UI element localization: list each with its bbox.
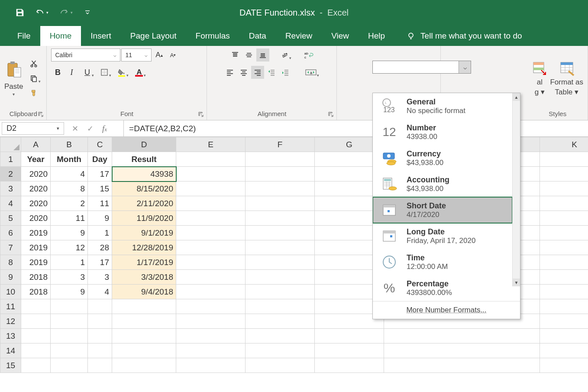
cell-B10[interactable]: 9 [51, 285, 88, 299]
cell-D4[interactable]: 2/11/2020 [112, 196, 176, 211]
cell-C9[interactable]: 3 [88, 270, 112, 285]
name-box[interactable]: D2 ▾ [2, 122, 64, 135]
clipboard-dialog-launcher[interactable] [38, 111, 44, 117]
cell-A1[interactable]: Year [21, 152, 51, 167]
cell-A8[interactable]: 2019 [21, 255, 51, 270]
cell-A7[interactable]: 2019 [21, 240, 51, 255]
col-header-D[interactable]: D [112, 137, 176, 152]
cell-A9[interactable]: 2018 [21, 270, 51, 285]
cell-C8[interactable]: 17 [88, 255, 112, 270]
cell-C3[interactable]: 15 [88, 181, 112, 196]
numfmt-long-date[interactable]: Long DateFriday, April 17, 2020 [373, 223, 512, 249]
font-name-combo[interactable]: Calibri⌵ [51, 49, 120, 62]
cell-A2[interactable]: 2020 [21, 167, 51, 181]
row-header-5[interactable]: 5 [0, 211, 21, 226]
row-header-2[interactable]: 2 [0, 167, 21, 181]
fx-icon[interactable]: fx [102, 124, 107, 133]
align-top-icon[interactable] [229, 49, 242, 62]
cell-B7[interactable]: 12 [51, 240, 88, 255]
cell-D7[interactable]: 12/28/2019 [112, 240, 176, 255]
chevron-down-icon[interactable]: ⌵ [459, 61, 471, 73]
qat-customize[interactable] [80, 5, 95, 20]
cell-B5[interactable]: 11 [51, 211, 88, 226]
tab-review[interactable]: Review [276, 26, 322, 46]
copy-button[interactable] [26, 72, 42, 85]
row-header-12[interactable]: 12 [0, 314, 21, 329]
align-center-icon[interactable] [237, 66, 250, 79]
wrap-text-button[interactable]: abc [302, 49, 315, 62]
font-dialog-launcher[interactable] [198, 111, 204, 117]
border-button[interactable] [96, 66, 113, 79]
cell-A3[interactable]: 2020 [21, 181, 51, 196]
format-as-table-button[interactable]: Format as Table ▾ [550, 61, 583, 97]
tab-help[interactable]: Help [359, 26, 394, 46]
cell-C10[interactable]: 4 [88, 285, 112, 299]
cell-C4[interactable]: 11 [88, 196, 112, 211]
row-header-4[interactable]: 4 [0, 196, 21, 211]
cell-B2[interactable]: 4 [51, 167, 88, 181]
cell-D1[interactable]: Result [112, 152, 176, 167]
cell-C1[interactable]: Day [88, 152, 112, 167]
underline-button[interactable]: U [79, 66, 95, 79]
numfmt-short-date[interactable]: Short Date4/17/2020 [373, 197, 512, 223]
cell-B1[interactable]: Month [51, 152, 88, 167]
undo-button[interactable]: ▾ [31, 5, 52, 20]
tab-data[interactable]: Data [239, 26, 276, 46]
cell-D2[interactable]: 43938 [112, 167, 176, 181]
col-header-C[interactable]: C [88, 137, 112, 152]
row-header-1[interactable]: 1 [0, 152, 21, 167]
redo-button[interactable]: ▾ [55, 5, 76, 20]
cut-button[interactable] [27, 57, 40, 70]
col-header-E[interactable]: E [176, 137, 246, 152]
font-color-button[interactable]: A [131, 66, 147, 79]
cell-A4[interactable]: 2020 [21, 196, 51, 211]
cell-D3[interactable]: 8/15/2020 [112, 181, 176, 196]
cell-B3[interactable]: 8 [51, 181, 88, 196]
col-header-B[interactable]: B [51, 137, 88, 152]
row-header-7[interactable]: 7 [0, 240, 21, 255]
col-header-K[interactable]: K [540, 137, 588, 152]
decrease-indent-icon[interactable] [265, 66, 278, 79]
row-header-14[interactable]: 14 [0, 343, 21, 358]
increase-font-icon[interactable]: A▴ [152, 49, 165, 62]
fill-color-button[interactable] [113, 66, 130, 79]
tell-me[interactable]: Tell me what you want to do [397, 26, 531, 46]
alignment-dialog-launcher[interactable] [328, 111, 334, 117]
align-bottom-icon[interactable] [256, 49, 269, 62]
increase-indent-icon[interactable] [279, 66, 292, 79]
numfmt-percentage[interactable]: % Percentage4393800.00% [373, 275, 512, 301]
numfmt-number[interactable]: 12 Number43938.00 [373, 119, 512, 145]
numfmt-accounting[interactable]: Accounting$43,938.00 [373, 171, 512, 197]
scroll-up-icon[interactable]: ▲ [513, 93, 520, 101]
tab-file[interactable]: File [8, 26, 40, 46]
orientation-button[interactable]: ab [276, 49, 293, 62]
cell-B6[interactable]: 9 [51, 226, 88, 240]
numfmt-currency[interactable]: Currency$43,938.00 [373, 145, 512, 171]
numfmt-general[interactable]: L123 GeneralNo specific format [373, 93, 512, 119]
cell-C5[interactable]: 9 [88, 211, 112, 226]
tab-formulas[interactable]: Formulas [186, 26, 239, 46]
tab-view[interactable]: View [322, 26, 359, 46]
format-painter-button[interactable] [27, 87, 40, 100]
cell-D8[interactable]: 1/17/2019 [112, 255, 176, 270]
cell-B4[interactable]: 2 [51, 196, 88, 211]
cell-C2[interactable]: 17 [88, 167, 112, 181]
numfmt-time[interactable]: Time12:00:00 AM [373, 249, 512, 275]
cancel-formula-icon[interactable]: ✕ [72, 124, 78, 133]
decrease-font-icon[interactable]: A▾ [166, 49, 179, 62]
cell-B8[interactable]: 1 [51, 255, 88, 270]
italic-button[interactable]: I [65, 66, 78, 79]
bold-button[interactable]: B [51, 66, 64, 79]
save-icon[interactable] [12, 5, 28, 20]
cell-A5[interactable]: 2020 [21, 211, 51, 226]
align-left-icon[interactable] [223, 66, 236, 79]
col-header-A[interactable]: A [21, 137, 51, 152]
cell-D10[interactable]: 9/4/2018 [112, 285, 176, 299]
dropdown-scrollbar[interactable]: ▲ ▼ [512, 93, 520, 286]
tab-home[interactable]: Home [40, 26, 81, 46]
tab-page-layout[interactable]: Page Layout [121, 26, 186, 46]
row-header-11[interactable]: 11 [0, 299, 21, 314]
row-header-9[interactable]: 9 [0, 270, 21, 285]
cell-C7[interactable]: 28 [88, 240, 112, 255]
row-header-8[interactable]: 8 [0, 255, 21, 270]
